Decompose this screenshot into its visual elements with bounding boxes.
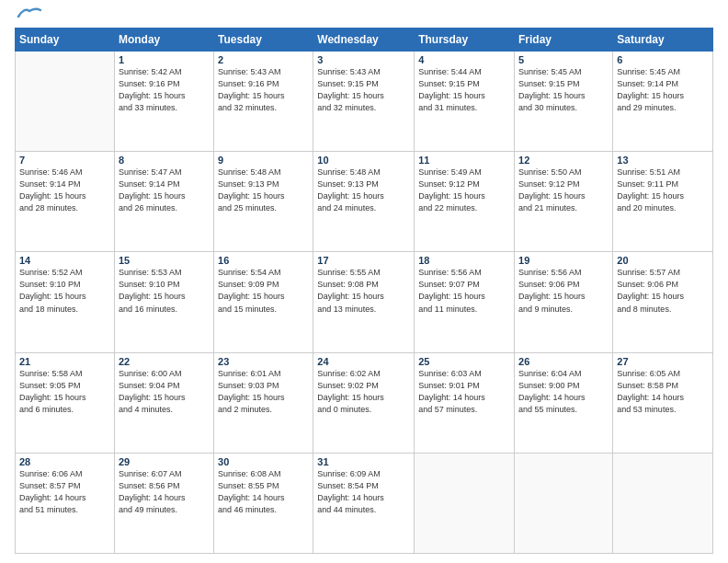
day-info: Sunrise: 6:03 AM Sunset: 9:01 PM Dayligh…: [418, 368, 510, 416]
calendar-cell: 2Sunrise: 5:43 AM Sunset: 9:16 PM Daylig…: [214, 52, 313, 152]
day-info: Sunrise: 5:47 AM Sunset: 9:14 PM Dayligh…: [119, 167, 210, 214]
day-number: 10: [317, 155, 410, 166]
day-info: Sunrise: 5:55 AM Sunset: 9:08 PM Dayligh…: [317, 267, 410, 315]
day-number: 19: [518, 255, 609, 266]
logo: [15, 11, 42, 22]
week-row-2: 14Sunrise: 5:52 AM Sunset: 9:10 PM Dayli…: [16, 252, 713, 352]
day-number: 14: [19, 255, 110, 266]
day-number: 4: [418, 54, 510, 65]
week-row-0: 1Sunrise: 5:42 AM Sunset: 9:16 PM Daylig…: [16, 52, 713, 152]
day-info: Sunrise: 5:53 AM Sunset: 9:10 PM Dayligh…: [119, 267, 210, 315]
day-info: Sunrise: 5:45 AM Sunset: 9:14 PM Dayligh…: [617, 66, 709, 114]
calendar-cell: 25Sunrise: 6:03 AM Sunset: 9:01 PM Dayli…: [415, 352, 515, 453]
calendar-cell: 21Sunrise: 5:58 AM Sunset: 9:05 PM Dayli…: [16, 352, 115, 453]
day-info: Sunrise: 5:52 AM Sunset: 9:10 PM Dayligh…: [19, 267, 110, 315]
day-info: Sunrise: 5:48 AM Sunset: 9:13 PM Dayligh…: [218, 167, 309, 214]
calendar-cell: [415, 453, 515, 553]
calendar-cell: 13Sunrise: 5:51 AM Sunset: 9:11 PM Dayli…: [613, 152, 713, 252]
calendar-cell: 29Sunrise: 6:07 AM Sunset: 8:56 PM Dayli…: [114, 453, 213, 553]
calendar-cell: 18Sunrise: 5:56 AM Sunset: 9:07 PM Dayli…: [415, 252, 515, 352]
calendar-cell: 22Sunrise: 6:00 AM Sunset: 9:04 PM Dayli…: [114, 352, 213, 453]
day-info: Sunrise: 5:43 AM Sunset: 9:16 PM Dayligh…: [218, 66, 309, 114]
day-info: Sunrise: 5:42 AM Sunset: 9:16 PM Dayligh…: [119, 66, 210, 114]
weekday-monday: Monday: [114, 29, 213, 52]
week-row-4: 28Sunrise: 6:06 AM Sunset: 8:57 PM Dayli…: [16, 453, 713, 553]
day-info: Sunrise: 5:43 AM Sunset: 9:15 PM Dayligh…: [317, 66, 410, 114]
calendar-cell: 1Sunrise: 5:42 AM Sunset: 9:16 PM Daylig…: [114, 52, 213, 152]
calendar-cell: 6Sunrise: 5:45 AM Sunset: 9:14 PM Daylig…: [613, 52, 713, 152]
day-number: 20: [617, 255, 709, 266]
calendar-cell: 11Sunrise: 5:49 AM Sunset: 9:12 PM Dayli…: [415, 152, 515, 252]
calendar-cell: [613, 453, 713, 553]
day-number: 1: [119, 54, 210, 65]
day-info: Sunrise: 5:56 AM Sunset: 9:06 PM Dayligh…: [518, 267, 609, 315]
weekday-friday: Friday: [515, 29, 613, 52]
day-number: 23: [218, 356, 309, 367]
day-number: 29: [119, 456, 210, 467]
calendar-cell: [515, 453, 613, 553]
weekday-thursday: Thursday: [415, 29, 515, 52]
day-info: Sunrise: 5:46 AM Sunset: 9:14 PM Dayligh…: [19, 167, 110, 214]
day-number: 2: [218, 54, 309, 65]
calendar-page: SundayMondayTuesdayWednesdayThursdayFrid…: [0, 0, 728, 563]
day-info: Sunrise: 5:49 AM Sunset: 9:12 PM Dayligh…: [418, 167, 510, 214]
calendar-cell: [16, 52, 115, 152]
day-number: 25: [418, 356, 510, 367]
logo-bird-icon: [17, 6, 42, 22]
weekday-tuesday: Tuesday: [214, 29, 313, 52]
calendar-cell: 26Sunrise: 6:04 AM Sunset: 9:00 PM Dayli…: [515, 352, 613, 453]
day-info: Sunrise: 6:08 AM Sunset: 8:55 PM Dayligh…: [218, 468, 309, 516]
calendar-cell: 3Sunrise: 5:43 AM Sunset: 9:15 PM Daylig…: [313, 52, 415, 152]
day-number: 17: [317, 255, 410, 266]
day-number: 7: [19, 155, 110, 166]
calendar-cell: 28Sunrise: 6:06 AM Sunset: 8:57 PM Dayli…: [16, 453, 115, 553]
day-info: Sunrise: 5:58 AM Sunset: 9:05 PM Dayligh…: [19, 368, 110, 416]
day-info: Sunrise: 5:50 AM Sunset: 9:12 PM Dayligh…: [518, 167, 609, 214]
day-number: 16: [218, 255, 309, 266]
day-info: Sunrise: 5:45 AM Sunset: 9:15 PM Dayligh…: [518, 66, 609, 114]
day-number: 6: [617, 54, 709, 65]
weekday-header-row: SundayMondayTuesdayWednesdayThursdayFrid…: [16, 29, 713, 52]
day-number: 13: [617, 155, 709, 166]
day-number: 27: [617, 356, 709, 367]
calendar-cell: 12Sunrise: 5:50 AM Sunset: 9:12 PM Dayli…: [515, 152, 613, 252]
calendar-table: SundayMondayTuesdayWednesdayThursdayFrid…: [15, 28, 713, 554]
day-info: Sunrise: 6:04 AM Sunset: 9:00 PM Dayligh…: [518, 368, 609, 416]
calendar-cell: 5Sunrise: 5:45 AM Sunset: 9:15 PM Daylig…: [515, 52, 613, 152]
day-number: 30: [218, 456, 309, 467]
calendar-cell: 8Sunrise: 5:47 AM Sunset: 9:14 PM Daylig…: [114, 152, 213, 252]
day-info: Sunrise: 5:54 AM Sunset: 9:09 PM Dayligh…: [218, 267, 309, 315]
day-info: Sunrise: 5:56 AM Sunset: 9:07 PM Dayligh…: [418, 267, 510, 315]
day-number: 18: [418, 255, 510, 266]
day-number: 21: [19, 356, 110, 367]
day-info: Sunrise: 6:02 AM Sunset: 9:02 PM Dayligh…: [317, 368, 410, 416]
calendar-cell: 15Sunrise: 5:53 AM Sunset: 9:10 PM Dayli…: [114, 252, 213, 352]
calendar-cell: 27Sunrise: 6:05 AM Sunset: 8:58 PM Dayli…: [613, 352, 713, 453]
day-number: 11: [418, 155, 510, 166]
header: [15, 11, 713, 22]
day-info: Sunrise: 5:57 AM Sunset: 9:06 PM Dayligh…: [617, 267, 709, 315]
day-number: 8: [119, 155, 210, 166]
calendar-cell: 31Sunrise: 6:09 AM Sunset: 8:54 PM Dayli…: [313, 453, 415, 553]
day-number: 15: [119, 255, 210, 266]
day-info: Sunrise: 6:05 AM Sunset: 8:58 PM Dayligh…: [617, 368, 709, 416]
calendar-cell: 7Sunrise: 5:46 AM Sunset: 9:14 PM Daylig…: [16, 152, 115, 252]
calendar-cell: 10Sunrise: 5:48 AM Sunset: 9:13 PM Dayli…: [313, 152, 415, 252]
day-info: Sunrise: 5:44 AM Sunset: 9:15 PM Dayligh…: [418, 66, 510, 114]
day-number: 28: [19, 456, 110, 467]
day-number: 31: [317, 456, 410, 467]
calendar-cell: 9Sunrise: 5:48 AM Sunset: 9:13 PM Daylig…: [214, 152, 313, 252]
calendar-cell: 20Sunrise: 5:57 AM Sunset: 9:06 PM Dayli…: [613, 252, 713, 352]
calendar-cell: 24Sunrise: 6:02 AM Sunset: 9:02 PM Dayli…: [313, 352, 415, 453]
calendar-cell: 30Sunrise: 6:08 AM Sunset: 8:55 PM Dayli…: [214, 453, 313, 553]
week-row-1: 7Sunrise: 5:46 AM Sunset: 9:14 PM Daylig…: [16, 152, 713, 252]
calendar-cell: 4Sunrise: 5:44 AM Sunset: 9:15 PM Daylig…: [415, 52, 515, 152]
calendar-cell: 23Sunrise: 6:01 AM Sunset: 9:03 PM Dayli…: [214, 352, 313, 453]
calendar-cell: 17Sunrise: 5:55 AM Sunset: 9:08 PM Dayli…: [313, 252, 415, 352]
day-number: 22: [119, 356, 210, 367]
day-info: Sunrise: 6:01 AM Sunset: 9:03 PM Dayligh…: [218, 368, 309, 416]
day-number: 3: [317, 54, 410, 65]
day-number: 26: [518, 356, 609, 367]
calendar-cell: 19Sunrise: 5:56 AM Sunset: 9:06 PM Dayli…: [515, 252, 613, 352]
day-number: 24: [317, 356, 410, 367]
